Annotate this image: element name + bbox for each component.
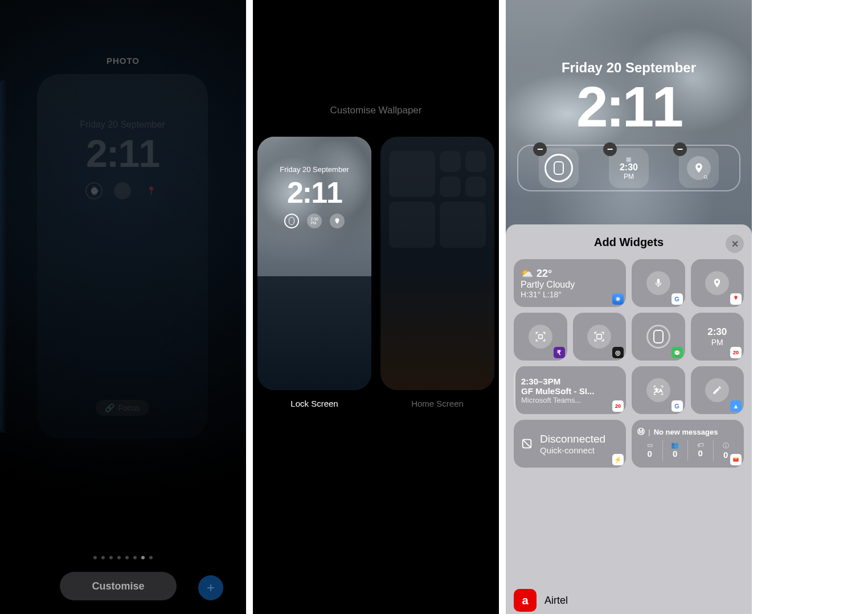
airtel-label: Airtel bbox=[544, 595, 568, 607]
calendar-app-icon: 20 bbox=[730, 347, 742, 358]
watch-battery-icon bbox=[544, 154, 573, 182]
disconnect-icon bbox=[521, 437, 533, 450]
qr-scan-icon bbox=[529, 325, 552, 349]
add-wallpaper-button[interactable]: + bbox=[198, 575, 223, 600]
remove-widget-button[interactable]: − bbox=[533, 142, 547, 156]
translate-widget[interactable]: 文A G bbox=[632, 366, 685, 414]
preview-widgets: ⌚ 2:30 📍 bbox=[85, 182, 159, 199]
sheet-title: Add Widgets bbox=[594, 236, 664, 249]
calendar-app-icon: 20 bbox=[612, 400, 624, 412]
home-widget bbox=[389, 202, 435, 248]
watch-battery-widget[interactable]: ⌚ bbox=[632, 313, 685, 361]
app-icon: ◎ bbox=[612, 347, 624, 358]
home-app-icon bbox=[440, 177, 461, 198]
home-app-icon bbox=[465, 151, 486, 172]
promotions-icon: 🏷 bbox=[688, 441, 713, 448]
home-app-icon bbox=[440, 151, 461, 172]
lockscreen-date[interactable]: Friday 20 September bbox=[506, 60, 752, 76]
slot-ampm: PM bbox=[620, 173, 638, 181]
lock-preview-date: Friday 20 September bbox=[257, 165, 371, 174]
google-app-icon: G bbox=[672, 293, 683, 305]
phonepe-app-icon: ₹ bbox=[554, 347, 565, 358]
clock-ampm: PM bbox=[711, 338, 723, 347]
next-wallpaper-edge[interactable] bbox=[239, 80, 246, 433]
lockscreen-time[interactable]: 2:11 bbox=[506, 74, 752, 140]
airtel-app-icon: a bbox=[514, 589, 537, 612]
gmail-widget[interactable]: Ⓜ | No new messages ▭0 👥0 🏷0 ⓘ0 bbox=[632, 420, 744, 468]
focus-label: Focus bbox=[118, 403, 140, 412]
widget-slot-location[interactable]: − bbox=[679, 148, 719, 188]
widget-slots[interactable]: − − ▦ 2:30 PM − bbox=[517, 145, 740, 191]
home-app-grid bbox=[389, 151, 486, 248]
disconnect-widget[interactable]: Disconnected Quick-connect ⚡ bbox=[514, 420, 626, 468]
panel-lockscreen-gallery: PHOTO Friday 20 September 2:11 ⌚ 2:30 📍 … bbox=[0, 0, 246, 614]
airtel-app-row[interactable]: a Airtel bbox=[514, 589, 744, 612]
location-icon bbox=[687, 156, 711, 180]
page-dot bbox=[125, 556, 129, 559]
svg-rect-1 bbox=[538, 335, 542, 339]
lock-screen-preview[interactable]: Friday 20 September 2:11 2:30PM bbox=[257, 137, 371, 390]
home-widget bbox=[440, 202, 486, 248]
widget-slot-clock[interactable]: − ▦ 2:30 PM bbox=[609, 148, 649, 188]
widget-suggestions-grid: ⛅22° Partly Cloudy H:31° L:18° ☀ G bbox=[514, 259, 744, 468]
slot-time: 2:30 bbox=[620, 162, 638, 173]
home-screen-label: Home Screen bbox=[380, 399, 494, 408]
translate-icon: 文A bbox=[646, 378, 670, 402]
prev-wallpaper-edge[interactable] bbox=[0, 80, 7, 433]
location-icon bbox=[705, 271, 729, 295]
gmail-app-icon bbox=[730, 454, 742, 465]
weather-temp: ⛅22° bbox=[521, 267, 619, 280]
close-button[interactable]: ✕ bbox=[726, 235, 744, 253]
event-subtitle: Microsoft Teams... bbox=[521, 396, 619, 404]
page-dot bbox=[133, 556, 137, 559]
preview-date: Friday 20 September bbox=[37, 120, 208, 130]
notes-widget[interactable]: ▲ bbox=[691, 366, 744, 414]
clock-icon: 2:30 bbox=[114, 182, 131, 199]
focus-button[interactable]: 🔗 Focus bbox=[96, 400, 149, 416]
panel-add-widgets: Friday 20 September 2:11 − − ▦ 2:30 PM − bbox=[506, 0, 752, 614]
maps-location-widget[interactable] bbox=[691, 259, 744, 307]
calendar-event-widget[interactable]: 2:30–3PM GF MuleSoft - SI... Microsoft T… bbox=[514, 366, 626, 414]
preview-time: 2:11 bbox=[37, 131, 208, 175]
svg-point-0 bbox=[704, 175, 707, 178]
remove-widget-button[interactable]: − bbox=[603, 142, 617, 156]
app-icon: ▲ bbox=[730, 400, 742, 412]
link-icon: 🔗 bbox=[105, 403, 114, 412]
svg-text:文A: 文A bbox=[654, 388, 662, 393]
disconnect-title: Disconnected bbox=[540, 433, 605, 445]
clock-icon: 2:30PM bbox=[307, 214, 322, 228]
sheet-header: Add Widgets ✕ bbox=[514, 236, 744, 249]
disconnect-subtitle: Quick-connect bbox=[540, 445, 605, 455]
clock-widget[interactable]: 2:30 PM 20 bbox=[691, 313, 744, 361]
google-voice-widget[interactable]: G bbox=[632, 259, 685, 307]
google-app-icon: G bbox=[672, 400, 683, 412]
event-time: 2:30–3PM bbox=[521, 376, 619, 386]
location-icon: 📍 bbox=[142, 182, 159, 199]
lock-screen-label: Lock Screen bbox=[257, 399, 371, 408]
widget-slot-watch[interactable]: − bbox=[539, 148, 579, 188]
location-icon bbox=[330, 214, 345, 228]
panel-customise-wallpaper: Customise Wallpaper Friday 20 September … bbox=[253, 0, 499, 614]
page-dot bbox=[101, 556, 105, 559]
page-indicator bbox=[93, 556, 153, 559]
home-app-icon bbox=[465, 177, 486, 198]
updates-icon: ⓘ bbox=[714, 441, 739, 450]
mic-icon bbox=[646, 271, 670, 295]
customise-button[interactable]: Customise bbox=[60, 572, 177, 600]
page-dot-active bbox=[141, 556, 145, 559]
home-widget bbox=[389, 151, 435, 197]
lockscreen-preview[interactable]: Friday 20 September 2:11 ⌚ 2:30 📍 🔗 Focu… bbox=[37, 74, 208, 439]
home-screen-preview[interactable] bbox=[380, 137, 494, 390]
page-dot bbox=[93, 556, 97, 559]
scan-widget[interactable]: ◎ bbox=[573, 313, 627, 361]
remove-widget-button[interactable]: − bbox=[673, 142, 687, 156]
lock-preview-time: 2:11 bbox=[257, 175, 371, 210]
calendar-icon: ▦ bbox=[620, 156, 638, 162]
gmail-header: Ⓜ | No new messages bbox=[637, 427, 738, 437]
screen-pair: Friday 20 September 2:11 2:30PM bbox=[253, 137, 499, 390]
watch-app-icon: ⌚ bbox=[672, 347, 683, 358]
weather-widget[interactable]: ⛅22° Partly Cloudy H:31° L:18° ☀ bbox=[514, 259, 626, 307]
watch-battery-icon bbox=[284, 214, 299, 228]
phonepe-scan-widget[interactable]: ₹ bbox=[514, 313, 567, 361]
social-icon: 👥 bbox=[663, 441, 688, 449]
